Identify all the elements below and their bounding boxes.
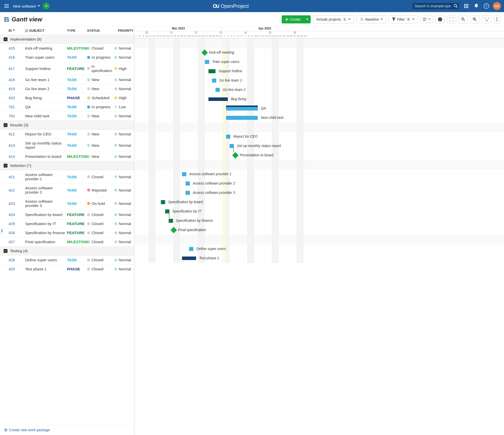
zoom-fit-button[interactable]	[482, 16, 491, 23]
task-bar[interactable]	[226, 116, 258, 120]
table-row[interactable]: 761QATASKIn progressLow	[0, 102, 134, 112]
wp-id-link[interactable]: 423	[9, 201, 15, 206]
group-row[interactable]: −Results (3)	[0, 121, 134, 130]
wp-id-link[interactable]: 429	[9, 267, 15, 271]
create-wp-link[interactable]: Create new work package	[4, 428, 50, 432]
table-row[interactable]: 419Go live team 2TASKNewNormal	[0, 84, 134, 93]
expand-sidebar-button[interactable]	[0, 227, 3, 235]
view-title[interactable]: Gantt view	[12, 16, 42, 23]
create-dropdown[interactable]	[304, 15, 311, 23]
table-row[interactable]: 422Assess software provider 2TASKRejecte…	[0, 184, 134, 197]
gantt-row[interactable]: Define super users	[134, 244, 504, 254]
collapse-icon[interactable]: −	[4, 164, 8, 168]
table-row[interactable]: 415Kick-off meetingMILESTONEClosedNormal	[0, 44, 134, 53]
table-row[interactable]: 421Assess software provider 1TASKClosedN…	[0, 170, 134, 184]
task-bar[interactable]	[182, 172, 186, 176]
group-row[interactable]: −Selection (7)	[0, 161, 134, 170]
hamburger-icon[interactable]	[3, 4, 10, 8]
table-row[interactable]: 427Final specificationMILESTONEClosedNor…	[0, 237, 134, 246]
wp-id-link[interactable]: 417	[9, 66, 15, 71]
group-row[interactable]: −Implementation (8)	[0, 35, 134, 44]
gantt-row[interactable]: Train super users	[134, 57, 504, 67]
fullscreen-button[interactable]	[447, 15, 456, 23]
gantt-row[interactable]: Report for CEO	[134, 132, 504, 141]
gantt-row[interactable]: Specification by board	[134, 198, 504, 207]
table-row[interactable]: 416Train super usersTASKIn progressNorma…	[0, 53, 134, 62]
collapse-icon[interactable]: −	[4, 123, 8, 127]
task-bar[interactable]	[215, 88, 220, 92]
milestone-diamond[interactable]	[170, 227, 177, 233]
table-row[interactable]: 418Go live team 1TASKNewNormal	[0, 75, 134, 84]
collapse-icon[interactable]: −	[4, 37, 8, 41]
phase-bar[interactable]	[208, 97, 228, 101]
bell-icon[interactable]	[473, 4, 480, 8]
gantt-row[interactable]: Kick-off meeting	[134, 48, 504, 57]
wp-id-link[interactable]: 762	[9, 114, 15, 118]
wp-id-link[interactable]: 418	[9, 78, 15, 82]
task-bar[interactable]	[226, 106, 258, 111]
gantt-row[interactable]: QA	[134, 104, 504, 113]
collapse-icon[interactable]: −	[4, 249, 8, 253]
task-bar[interactable]	[161, 200, 165, 204]
col-status[interactable]: STATUS	[87, 29, 114, 32]
wp-id-link[interactable]: 416	[9, 55, 15, 59]
filter-button[interactable]: Filter 0	[389, 15, 418, 23]
table-row[interactable]: 417Support hotlineFEATUREIn specificatio…	[0, 62, 134, 75]
wp-id-link[interactable]: 422	[9, 188, 15, 192]
task-bar[interactable]	[186, 191, 190, 195]
gantt-row[interactable]: Presentation to board	[134, 151, 504, 160]
table-row[interactable]: 428Define super usersTASKClosedNormal	[0, 256, 134, 265]
gantt-row[interactable]: Bug fixing	[134, 95, 504, 104]
wp-id-link[interactable]: 424	[9, 212, 15, 217]
phase-bar[interactable]	[182, 257, 196, 260]
modules-icon[interactable]	[463, 4, 470, 8]
task-bar[interactable]	[212, 79, 216, 83]
table-row[interactable]: 424Specification by boardFEATUREClosedNo…	[0, 210, 134, 219]
col-type[interactable]: TYPE	[67, 29, 87, 32]
task-bar[interactable]	[186, 182, 190, 186]
gantt-row[interactable]: Final specification	[134, 226, 504, 235]
zoom-out-button[interactable]	[459, 15, 468, 23]
task-bar[interactable]	[169, 219, 173, 223]
info-button[interactable]: i	[436, 15, 445, 23]
gantt-row[interactable]: Support hotline	[134, 67, 504, 76]
search-input[interactable]	[412, 2, 460, 10]
baseline-button[interactable]: Baseline	[356, 15, 386, 23]
col-subject[interactable]: SUBJECT	[25, 29, 67, 32]
wp-id-link[interactable]: 415	[9, 46, 15, 50]
wp-id-link[interactable]: 419	[9, 87, 15, 91]
table-row[interactable]: 414Presentation to boardMILESTONENewNorm…	[0, 152, 134, 161]
gantt-row[interactable]: Set up monthly status report	[134, 141, 504, 151]
task-bar[interactable]	[208, 69, 215, 73]
task-bar[interactable]	[226, 135, 230, 139]
table-row[interactable]: 423Assess software provider 3TASKOn hold…	[0, 197, 134, 210]
add-project-button[interactable]: +	[43, 3, 50, 9]
col-id[interactable]: ID	[0, 29, 25, 32]
col-priority[interactable]: PRIORITY	[114, 29, 133, 32]
wp-id-link[interactable]: 761	[9, 105, 15, 109]
include-projects-button[interactable]: Include projects 1	[313, 15, 354, 23]
table-row[interactable]: 425Specification by ITFEATUREClosedNorma…	[0, 219, 134, 228]
gantt-row[interactable]: Go live team 1	[134, 76, 504, 85]
wp-id-link[interactable]: 421	[9, 175, 15, 179]
gantt-row[interactable]: Assess software provider 1	[134, 170, 504, 179]
project-selector[interactable]: New software	[13, 4, 40, 8]
table-row[interactable]: 420Bug fixingPHASEScheduledHigh	[0, 93, 134, 102]
milestone-diamond[interactable]	[232, 152, 238, 158]
task-bar[interactable]	[205, 60, 209, 64]
save-icon[interactable]	[4, 17, 9, 22]
table-row[interactable]: 762New child taskTASKNewNormal	[0, 112, 134, 121]
gantt-row[interactable]: Test phase 1	[134, 254, 504, 263]
wp-id-link[interactable]: 428	[9, 258, 15, 262]
table-row[interactable]: 426Specification by financeFEATUREClosed…	[0, 228, 134, 237]
gantt-row[interactable]: Assess software provider 3	[134, 188, 504, 198]
wp-id-link[interactable]: 426	[9, 231, 15, 235]
gantt-row[interactable]: Specification by IT	[134, 207, 504, 216]
table-row[interactable]: 413Set up monthly status reportTASKNewNo…	[0, 139, 134, 152]
wp-id-link[interactable]: 414	[9, 154, 15, 159]
wp-id-link[interactable]: 427	[9, 240, 15, 244]
task-bar[interactable]	[189, 247, 193, 251]
global-search[interactable]	[412, 2, 460, 10]
wp-id-link[interactable]: 412	[9, 132, 15, 136]
milestone-diamond[interactable]	[201, 49, 208, 56]
